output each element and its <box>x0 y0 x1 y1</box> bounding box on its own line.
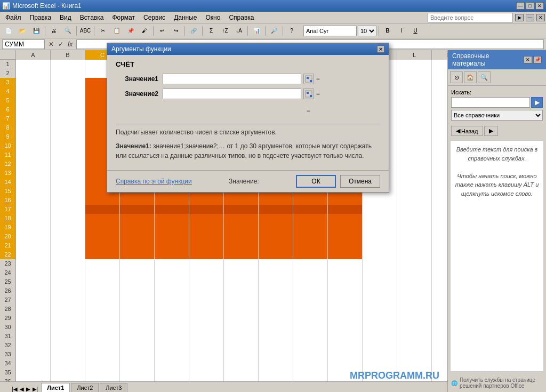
dialog-close-btn[interactable]: ✕ <box>377 45 384 53</box>
main-area: A B C D E F G H I J K L M N 123456789101… <box>0 50 546 392</box>
svg-rect-5 <box>310 95 312 97</box>
arg-desc-text: значение1;значение2;… от 1 до 30 аргумен… <box>116 142 372 159</box>
dialog-ok-button[interactable]: ОК <box>296 175 336 188</box>
dialog-description: Подсчитывает количество чисел в списке а… <box>116 124 380 136</box>
function-name: СЧЁТ <box>116 60 380 68</box>
arg-desc-label: Значение1: <box>116 142 151 150</box>
dialog-arg-desc: Значение1: значение1;значение2;… от 1 до… <box>116 141 380 161</box>
field1-label: Значение1 <box>116 75 158 83</box>
empty-eq-row: = <box>116 103 380 118</box>
dialog-buttons: ОК Отмена <box>296 175 380 188</box>
dialog-title-bar: Аргументы функции ✕ <box>107 43 389 55</box>
function-arguments-dialog: Аргументы функции ✕ СЧЁТ Значение1 <box>107 43 389 193</box>
field1-input[interactable] <box>163 74 301 84</box>
field2-collapse-btn[interactable] <box>303 89 314 99</box>
dialog-cancel-button[interactable]: Отмена <box>340 175 380 188</box>
value-area: Значение: <box>229 178 259 185</box>
field1-collapse-btn[interactable] <box>303 74 314 84</box>
field1-eq: = <box>316 75 320 83</box>
dialog-overlay: Аргументы функции ✕ СЧЁТ Значение1 <box>0 0 546 392</box>
help-link[interactable]: Справка по этой функции <box>116 178 192 185</box>
empty-eq: = <box>307 107 310 115</box>
field2-row: Значение2 = <box>116 89 380 99</box>
dialog-footer: Справка по этой функции Значение: ОК Отм… <box>107 170 389 192</box>
svg-rect-4 <box>307 92 309 94</box>
field2-input-wrap: = <box>163 89 354 99</box>
field2-eq: = <box>316 90 320 98</box>
dialog-title-text: Аргументы функции <box>111 45 171 53</box>
field1-row: Значение1 = <box>116 74 380 84</box>
field2-label: Значение2 <box>116 90 158 98</box>
svg-rect-2 <box>310 80 312 82</box>
dialog-body: СЧЁТ Значение1 = <box>107 55 389 170</box>
field1-input-wrap: = <box>163 74 354 84</box>
svg-rect-1 <box>307 77 309 79</box>
value-label: Значение: <box>229 178 259 185</box>
field2-input[interactable] <box>163 89 301 99</box>
